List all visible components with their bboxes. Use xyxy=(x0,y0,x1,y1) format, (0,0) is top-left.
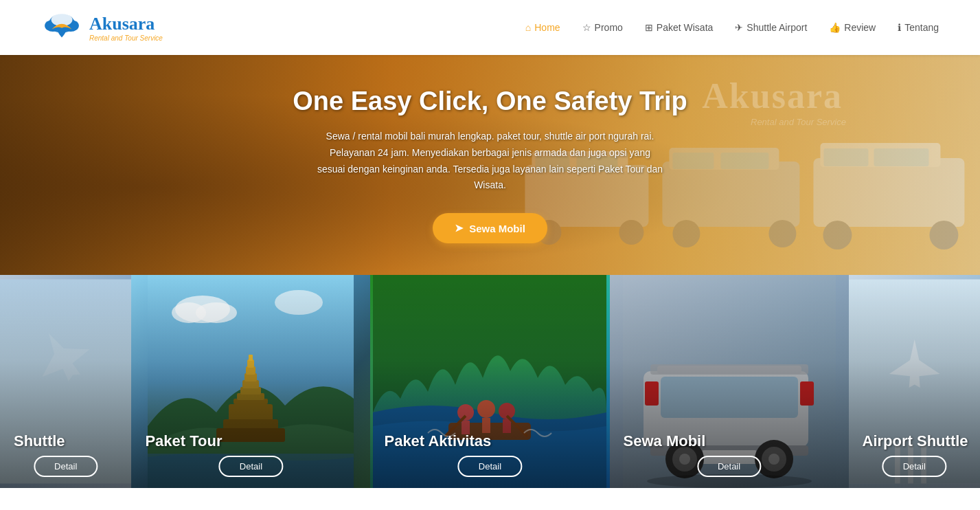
nav-item-review[interactable]: 👍 Review xyxy=(829,22,876,33)
card-sewa-label: Sewa Mobil xyxy=(624,432,706,450)
card-shuttle[interactable]: Shuttle Detail xyxy=(0,275,131,488)
card-airport-detail-button[interactable]: Detail xyxy=(882,456,946,477)
logo-text: Akusara Rental and Tour Service xyxy=(89,14,163,42)
card-sewa-detail-button[interactable]: Detail xyxy=(697,456,761,477)
hero-description: Sewa / rental mobil bali murah lengkap. … xyxy=(293,129,687,194)
nav-item-paket-wisata[interactable]: ⊞ Paket Wisata xyxy=(645,22,713,33)
card-airport-label: Airport Shuttle xyxy=(863,432,968,450)
nav-link-tentang[interactable]: ℹ Tentang xyxy=(898,22,939,33)
hero-content: One Easy Click, One Safety Trip Sewa / r… xyxy=(279,87,700,243)
cards-section: Shuttle Detail xyxy=(0,275,980,488)
logo[interactable]: Akusara Rental and Tour Service xyxy=(41,7,163,48)
card-tour-label: Paket Tour xyxy=(145,432,222,450)
card-tour-detail-button[interactable]: Detail xyxy=(219,456,283,477)
card-aktivitas-detail-button[interactable]: Detail xyxy=(458,456,522,477)
nav-item-home[interactable]: ⌂ Home xyxy=(525,22,560,33)
card-paket-tour[interactable]: Paket Tour Detail xyxy=(131,275,370,488)
nav-link-promo[interactable]: ☆ Promo xyxy=(582,22,623,33)
card-shuttle-detail-button[interactable]: Detail xyxy=(34,456,98,477)
nav-item-tentang[interactable]: ℹ Tentang xyxy=(898,22,939,33)
logo-icon xyxy=(41,7,82,48)
card-airport-shuttle[interactable]: Airport Shuttle Detail xyxy=(849,275,980,488)
card-paket-aktivitas[interactable]: Paket Aktivitas Detail xyxy=(370,275,609,488)
nav-link-review[interactable]: 👍 Review xyxy=(829,22,876,33)
card-aktivitas-label: Paket Aktivitas xyxy=(384,432,491,450)
logo-title: Akusara xyxy=(89,14,163,34)
logo-subtitle: Rental and Tour Service xyxy=(89,34,163,42)
hero-watermark-sub: Rental and Tour Service xyxy=(751,117,846,127)
nav-links: ⌂ Home ☆ Promo ⊞ Paket Wisata ✈ Shuttle … xyxy=(525,22,939,33)
card-sewa-mobil[interactable]: Sewa Mobil Detail xyxy=(610,275,849,488)
send-icon: ➤ xyxy=(455,222,464,234)
plane-nav-icon: ✈ xyxy=(735,22,743,33)
nav-item-shuttle-airport[interactable]: ✈ Shuttle Airport xyxy=(735,22,807,33)
hero-title: One Easy Click, One Safety Trip xyxy=(293,87,687,116)
thumb-icon: 👍 xyxy=(829,22,841,33)
nav-link-home[interactable]: ⌂ Home xyxy=(525,22,560,33)
grid-icon: ⊞ xyxy=(645,22,653,33)
nav-link-paket-wisata[interactable]: ⊞ Paket Wisata xyxy=(645,22,713,33)
nav-link-shuttle-airport[interactable]: ✈ Shuttle Airport xyxy=(735,22,807,33)
navbar: Akusara Rental and Tour Service ⌂ Home ☆… xyxy=(0,0,980,55)
star-icon: ☆ xyxy=(582,22,591,33)
nav-item-promo[interactable]: ☆ Promo xyxy=(582,22,623,33)
home-icon: ⌂ xyxy=(525,22,531,33)
sewa-mobil-button[interactable]: ➤ Sewa Mobil xyxy=(433,213,547,243)
info-icon: ℹ xyxy=(898,22,901,33)
card-shuttle-label: Shuttle xyxy=(14,432,65,450)
hero-section: Akusara Rental and Tour Service One Easy… xyxy=(0,55,980,275)
